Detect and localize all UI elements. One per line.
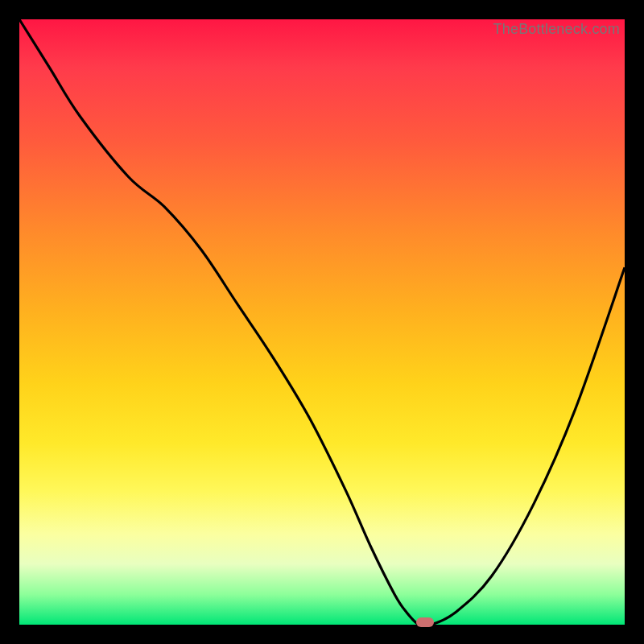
watermark-text: TheBottleneck.com — [493, 21, 620, 38]
curve-path — [19, 19, 625, 626]
chart-frame: TheBottleneck.com — [19, 19, 625, 625]
line-series — [19, 19, 625, 625]
optimum-marker — [416, 617, 434, 627]
